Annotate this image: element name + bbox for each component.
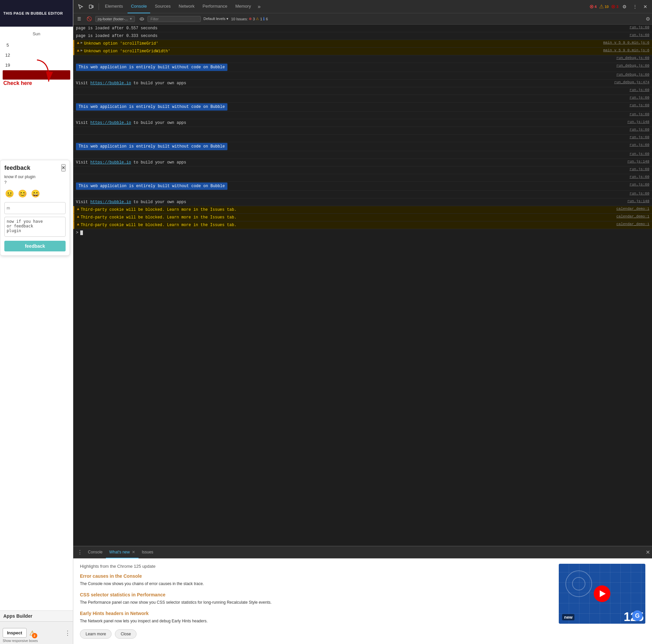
console-text: Unknown option 'scrollTimeGridWidth' [84, 48, 600, 54]
drawer-tab-issues[interactable]: Issues [138, 546, 157, 558]
tab-console[interactable]: Console [128, 0, 150, 13]
tab-memory[interactable]: Memory [232, 0, 254, 13]
warning-triangle-icon: ▲ [77, 222, 79, 227]
check-here-annotation: Check here [3, 58, 54, 86]
console-cookie-warning: ▲ Third-party cookie will be blocked. Le… [73, 206, 652, 214]
drawer-tab-close-icon[interactable]: ✕ [132, 550, 135, 555]
bubble-link[interactable]: https://bubble.io [90, 160, 131, 165]
drawer-video[interactable]: new 125 G [559, 564, 645, 624]
left-panel: THIS PAGE IN BUBBLE EDITOR Sun 5 12 19 C… [0, 0, 73, 644]
sidebar-toggle-icon[interactable]: ☰ [75, 15, 83, 22]
emoji-smile[interactable]: 😊 [17, 189, 28, 199]
console-text: Unknown option 'scrollTimeGrid' [84, 41, 600, 47]
drawer-tab-console[interactable]: Console [85, 546, 106, 558]
console-source-link[interactable]: calendar_demo:1 [616, 207, 649, 211]
console-source-link[interactable]: run.js:148 [627, 120, 649, 124]
expand-arrow-icon[interactable]: ▶ [81, 48, 83, 52]
console-source-link[interactable]: main v 5 9 0.min.js:6 [603, 41, 649, 45]
console-source-link[interactable]: run.js:60 [630, 183, 649, 186]
video-play-button[interactable] [594, 585, 610, 602]
console-text: page is loaded after 0.333 seconds [76, 33, 627, 39]
console-source-link[interactable]: run.js:60 [630, 143, 649, 147]
console-prompt[interactable]: > [73, 229, 652, 236]
console-source-link[interactable]: run.js:60 [630, 128, 649, 132]
console-source-link[interactable]: run.js:148 [627, 160, 649, 163]
console-source-link[interactable]: run_debug.js:60 [616, 56, 649, 60]
console-text [76, 73, 614, 79]
tab-sources[interactable]: Sources [152, 0, 174, 13]
console-text [76, 56, 614, 62]
tab-performance[interactable]: Performance [199, 0, 230, 13]
console-text [76, 135, 627, 141]
clear-console-icon[interactable]: 🚫 [85, 15, 94, 22]
console-source-link[interactable]: run.js:60 [630, 167, 649, 171]
console-source-link[interactable]: run.js:60 [630, 25, 649, 29]
bubble-link[interactable]: https://bubble.io [90, 81, 131, 86]
console-source-link[interactable]: main v 5 9 0.min.js:6 [603, 48, 649, 52]
console-source-link[interactable]: run.js:60 [630, 88, 649, 92]
default-levels-dropdown[interactable]: Default levels ▾ [202, 16, 230, 22]
expand-arrow-icon[interactable]: ▶ [81, 41, 83, 45]
console-text [76, 88, 627, 94]
console-source-link[interactable]: run.js:60 [630, 112, 649, 116]
console-output[interactable]: page is loaded after 0.557 seconds run.j… [73, 25, 652, 546]
bubble-link[interactable]: https://bubble.io [90, 200, 131, 205]
console-source-link[interactable]: calendar_demo:1 [616, 222, 649, 226]
close-button[interactable]: Close [115, 629, 137, 639]
element-selector[interactable]: zq-footer (footer-... ▼ [95, 16, 135, 22]
console-source-link[interactable]: run_debug.js:474 [614, 80, 649, 84]
console-source-link[interactable]: run.js:60 [630, 96, 649, 100]
console-filter-input[interactable] [147, 16, 201, 22]
warning-icon-container[interactable]: ⚠ 2 [29, 629, 35, 637]
feedback-submit-button[interactable]: feedback [4, 241, 65, 251]
console-source-link[interactable]: run.js:60 [630, 33, 649, 37]
drawer-tab-whats-new[interactable]: What's new ✕ [106, 546, 138, 558]
drawer-buttons: Learn more Close [80, 629, 552, 639]
console-link-line: Visit https://bubble.io to build your ow… [73, 80, 652, 87]
console-source-link[interactable]: run_debug.js:60 [616, 73, 649, 77]
inspect-button[interactable]: Inspect [3, 628, 27, 638]
tabs-more-button[interactable]: » [256, 3, 263, 10]
devtools-device-icon[interactable] [87, 3, 96, 11]
console-line: run.js:60 [73, 166, 652, 174]
more-options-button[interactable]: ⋮ [64, 629, 71, 637]
info-count: 3 [616, 5, 618, 9]
drawer-text: Highlights from the Chrome 125 update Er… [80, 564, 552, 639]
console-source-link[interactable]: run.js:60 [630, 175, 649, 179]
feedback-textarea[interactable]: now if you have or feedback plugin [4, 217, 65, 237]
bubble-message: This web application is entirely built w… [76, 143, 227, 150]
devtools-settings-icon[interactable]: ⚙ [620, 3, 629, 11]
tab-elements[interactable]: Elements [102, 0, 126, 13]
visibility-icon [139, 17, 144, 21]
console-source-link[interactable]: run_debug.js:60 [616, 63, 649, 68]
bubble-link[interactable]: https://bubble.io [90, 120, 131, 125]
console-source-link[interactable]: calendar_demo:1 [616, 214, 649, 218]
console-source-link[interactable]: run.js:60 [630, 191, 649, 195]
console-source-link[interactable]: run.js:60 [630, 152, 649, 156]
section-title-3: Early Hints headers in Network [80, 611, 552, 616]
console-source-link[interactable]: run.js:60 [630, 135, 649, 139]
devtools-customize-icon[interactable]: ⋮ [631, 3, 640, 11]
tab-network[interactable]: Network [175, 0, 198, 13]
console-bubble-msg-line: This web application is entirely built w… [73, 103, 652, 111]
feedback-body-text: know if our plugin ? [4, 174, 65, 186]
eye-icon[interactable] [138, 16, 146, 22]
console-warning-line: ▲ ▶ Unknown option 'scrollTimeGridWidth'… [73, 48, 652, 55]
drawer-more-button[interactable]: ⋮ [75, 548, 85, 556]
devtools-close-button[interactable]: ✕ [641, 3, 649, 11]
emoji-neutral[interactable]: 😐 [4, 189, 15, 199]
console-link-line: Visit https://bubble.io to build your ow… [73, 198, 652, 206]
red-arrow-icon [34, 58, 54, 85]
emoji-laugh[interactable]: 😄 [30, 189, 40, 199]
feedback-widget: feedback × know if our plugin ? 😐 😊 😄 no… [0, 160, 70, 256]
feedback-close-button[interactable]: × [61, 164, 65, 171]
learn-more-button[interactable]: Learn more [80, 629, 112, 639]
drawer-close-button[interactable]: ✕ [646, 549, 650, 556]
devtools-inspect-icon[interactable] [76, 3, 85, 11]
feedback-name-input[interactable] [4, 202, 65, 214]
cal-date-5[interactable]: 5 [3, 40, 12, 50]
console-settings-icon[interactable]: ⚙ [646, 16, 650, 22]
console-source-link[interactable]: run.js:148 [627, 199, 649, 203]
console-source-link[interactable]: run.js:60 [630, 103, 649, 107]
console-cookie-warning: ▲ Third-party cookie will be blocked. Le… [73, 214, 652, 221]
